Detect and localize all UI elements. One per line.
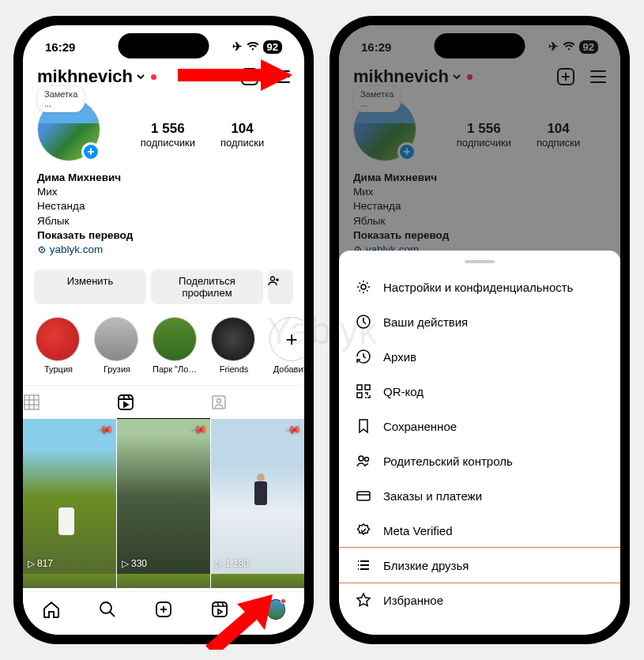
status-time: 16:29: [45, 40, 75, 54]
reel-cell[interactable]: 📌 ▷ 1 130: [211, 419, 304, 574]
tab-reels[interactable]: [117, 386, 211, 419]
notch: [119, 33, 209, 58]
content-tabs: [23, 385, 304, 419]
star-icon: [355, 592, 372, 608]
translate-link[interactable]: Показать перевод: [37, 228, 290, 243]
grid-peek: [23, 574, 304, 588]
highlight-label: Добавить: [269, 364, 304, 374]
views-badge: ▷ 1 130: [216, 558, 249, 569]
following-count: 104: [220, 121, 264, 137]
chevron-down-icon: [136, 72, 145, 81]
bio-section: Дима Михневич Мих Нестанда Яблык Показат…: [23, 166, 304, 262]
qr-icon: [355, 383, 372, 399]
following-label: подписки: [220, 137, 264, 149]
sheet-handle[interactable]: [465, 260, 495, 263]
screen-left: 16:29 ✈ 92 mikhnevich: [23, 25, 304, 635]
search-icon: [98, 600, 117, 619]
gear-icon: [355, 279, 372, 295]
profile-stats-row: Заметка ... + 1 556 подписчики 104 подпи…: [23, 92, 304, 166]
svg-rect-0: [119, 395, 133, 409]
home-icon: [42, 600, 61, 619]
card-icon: [355, 488, 372, 503]
highlight-label: Турция: [36, 364, 81, 374]
menu-item-activity[interactable]: Ваши действия: [339, 304, 620, 339]
reel-cell[interactable]: 📌 ▷ 330: [117, 419, 210, 574]
screen-right: 16:29 ✈ 92 mikhnevich Заметка ... +: [339, 25, 620, 635]
add-story-badge[interactable]: +: [81, 142, 100, 161]
bio-line: Нестанда: [37, 199, 290, 213]
edit-profile-button[interactable]: Изменить: [34, 270, 146, 304]
people-icon: [355, 453, 372, 469]
highlight-label: Friends: [211, 364, 257, 374]
pin-icon: 📌: [96, 421, 114, 439]
note-bubble[interactable]: Заметка ...: [37, 85, 85, 112]
pin-icon: 📌: [190, 421, 208, 439]
highlight-item[interactable]: Грузия: [94, 317, 140, 374]
menu-item-orders[interactable]: Заказы и платежи: [339, 478, 620, 513]
menu-label: Заказы и платежи: [383, 489, 482, 503]
bio-link-text: yablyk.com: [50, 243, 104, 255]
svg-point-3: [100, 602, 111, 613]
menu-item-close-friends[interactable]: Близкие друзья: [339, 547, 620, 583]
link-icon: [37, 245, 47, 255]
menu-item-archive[interactable]: Архив: [339, 339, 620, 374]
reels-grid: 📌 ▷ 817 📌 ▷ 330 📌 ▷ 1 130: [23, 419, 304, 574]
menu-item-saved[interactable]: Сохраненное: [339, 409, 620, 443]
share-profile-button[interactable]: Поделиться профилем: [151, 270, 263, 304]
menu-item-supervision[interactable]: Родительский контроль: [339, 443, 620, 478]
highlight-item[interactable]: Турция: [36, 317, 81, 374]
menu-label: Родительский контроль: [383, 454, 513, 468]
menu-label: Архив: [383, 350, 416, 364]
tab-tagged[interactable]: [210, 386, 304, 419]
highlight-item[interactable]: Friends: [211, 317, 257, 374]
menu-label: Сохраненное: [383, 420, 457, 433]
svg-rect-14: [178, 69, 265, 81]
svg-point-12: [365, 458, 369, 462]
airplane-icon: ✈: [232, 40, 243, 54]
svg-point-11: [359, 456, 363, 461]
action-row: Изменить Поделиться профилем: [23, 262, 304, 311]
username-selector[interactable]: mikhnevich: [37, 66, 156, 87]
nav-create[interactable]: [154, 600, 173, 619]
highlight-add[interactable]: +Добавить: [269, 317, 304, 374]
list-icon: [355, 557, 372, 573]
bio-name: Дима Михневич: [37, 171, 290, 185]
arrow-to-menu: [178, 59, 292, 91]
highlights-row: Турция Грузия Парк "Лога" Friends +Добав…: [23, 311, 304, 380]
phone-right: 16:29 ✈ 92 mikhnevich Заметка ... +: [330, 16, 630, 644]
nav-home[interactable]: [42, 600, 61, 619]
create-icon: [154, 600, 173, 619]
bookmark-icon: [355, 418, 372, 434]
menu-label: Настройки и конфиденциальность: [383, 281, 573, 294]
status-icons: ✈ 92: [232, 40, 282, 54]
followers-count: 1 556: [141, 121, 195, 137]
svg-point-2: [217, 399, 221, 403]
svg-rect-8: [357, 385, 362, 390]
svg-rect-10: [357, 393, 362, 398]
menu-item-verified[interactable]: Meta Verified: [339, 513, 620, 548]
reels-icon: [117, 394, 134, 411]
menu-label: Ваши действия: [383, 315, 468, 329]
menu-item-settings[interactable]: Настройки и конфиденциальность: [339, 270, 620, 304]
views-badge: ▷ 817: [28, 558, 53, 569]
highlight-label: Парк "Лога": [153, 364, 198, 374]
svg-point-6: [361, 285, 366, 289]
menu-item-favorites[interactable]: Избранное: [339, 583, 620, 617]
grid-icon: [23, 394, 40, 411]
notification-dot: [151, 74, 156, 80]
verified-icon: [355, 522, 372, 538]
menu-item-qr[interactable]: QR-код: [339, 374, 620, 409]
highlight-item[interactable]: Парк "Лога": [153, 317, 198, 374]
activity-icon: [355, 314, 372, 330]
svg-rect-13: [357, 492, 370, 500]
discover-people-button[interactable]: [268, 270, 293, 304]
followers-stat[interactable]: 1 556 подписчики: [141, 121, 195, 149]
username-text: mikhnevich: [37, 66, 133, 87]
tab-grid[interactable]: [23, 386, 117, 419]
reel-cell[interactable]: 📌 ▷ 817: [23, 419, 116, 574]
menu-label: QR-код: [383, 385, 424, 398]
menu-sheet: Настройки и конфиденциальность Ваши дейс…: [339, 251, 620, 635]
nav-search[interactable]: [98, 600, 117, 619]
bio-link[interactable]: yablyk.com: [37, 243, 290, 257]
following-stat[interactable]: 104 подписки: [220, 121, 264, 149]
